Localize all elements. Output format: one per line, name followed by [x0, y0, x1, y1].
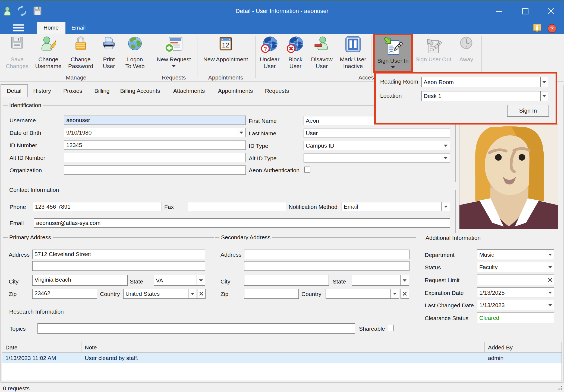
svg-text:?: ? [264, 46, 267, 52]
svg-text:?: ? [550, 25, 554, 31]
svg-text:12: 12 [222, 42, 229, 49]
